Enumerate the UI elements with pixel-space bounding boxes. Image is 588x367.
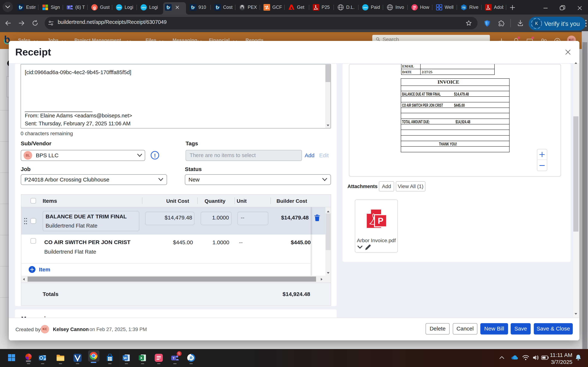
svg-text:P: P [378,216,383,225]
svg-text:R: R [190,356,193,360]
svg-text:M365: M365 [26,360,31,362]
svg-text:W: W [123,356,127,360]
svg-text:X: X [140,356,143,360]
svg-text:T: T [173,357,175,360]
